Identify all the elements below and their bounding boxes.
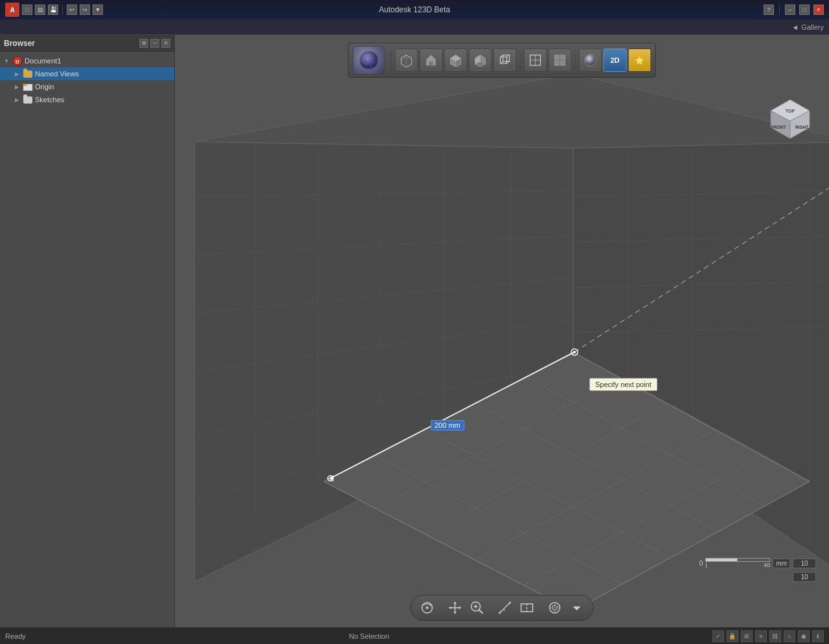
toolbar-sep-3 xyxy=(575,50,576,70)
bottom-sep-2 xyxy=(491,601,492,615)
browser-tile-btn[interactable]: ⊞ xyxy=(139,39,148,48)
back-view-btn[interactable] xyxy=(469,49,492,72)
section-btn[interactable] xyxy=(517,598,537,617)
close-button[interactable]: ✕ xyxy=(813,5,824,15)
tree-item-sketches[interactable]: ▶ Sketches xyxy=(0,93,174,106)
zoom-btn[interactable] xyxy=(468,598,487,617)
status-view-icon[interactable]: ◉ xyxy=(798,630,810,642)
gallery-arrow: ◄ xyxy=(791,23,799,31)
svg-text:D: D xyxy=(16,59,19,65)
tree-toggle-sketches: ▶ xyxy=(13,96,21,104)
front-view-btn[interactable] xyxy=(444,49,468,72)
titlebar: A □ ▤ 💾 ↩ ↪ ▼ Autodesk 123D Beta ? ─ □ ✕ xyxy=(0,0,829,19)
titlebar-left: A □ ▤ 💾 ↩ ↪ ▼ xyxy=(5,3,103,17)
svg-rect-24 xyxy=(561,55,565,60)
orbit-btn[interactable] xyxy=(418,598,437,617)
origin-label: Origin xyxy=(35,83,54,91)
svg-text:FRONT: FRONT xyxy=(771,125,786,129)
2d-view-btn[interactable]: 2D xyxy=(604,49,627,72)
more-button[interactable]: ▼ xyxy=(93,5,103,15)
svg-marker-28 xyxy=(635,55,645,65)
minimize-button[interactable]: ─ xyxy=(785,5,795,15)
svg-text:RIGHT: RIGHT xyxy=(795,125,808,129)
svg-rect-3 xyxy=(23,84,27,86)
app-menu-button[interactable] xyxy=(353,46,385,74)
restore-button[interactable]: □ xyxy=(799,5,810,15)
svg-marker-97 xyxy=(459,606,462,609)
viewport[interactable]: 2D xyxy=(175,35,829,627)
svg-rect-26 xyxy=(561,61,565,65)
svg-marker-95 xyxy=(454,612,457,614)
status-lock-icon[interactable]: 🔒 xyxy=(727,630,738,642)
statusbar-right: ✓ 🔒 ⊞ ≡ ⛓ ⌂ ◉ ℹ xyxy=(712,630,824,642)
viewcube[interactable]: TOP FRONT RIGHT xyxy=(764,96,816,148)
svg-point-82 xyxy=(573,351,576,353)
2d-label: 2D xyxy=(610,56,619,64)
scale-zero: 0 xyxy=(699,560,703,567)
browser-min-btn[interactable]: ─ xyxy=(150,39,159,48)
scale-unit: mm xyxy=(773,559,790,568)
sketches-icon xyxy=(23,94,33,105)
open-button[interactable]: ▤ xyxy=(35,5,45,15)
bottom-sep-3 xyxy=(541,601,541,615)
pan-btn[interactable] xyxy=(446,598,465,617)
scale-numbers: 0 | 40 mm xyxy=(699,558,816,568)
special-view-btn[interactable] xyxy=(628,49,652,72)
gallery-text: Gallery xyxy=(801,23,824,31)
app-title: Autodesk 123D Beta xyxy=(379,5,450,14)
document-icon: D xyxy=(12,56,23,66)
svg-rect-23 xyxy=(555,55,560,60)
svg-line-101 xyxy=(479,610,483,614)
status-layers-icon[interactable]: ≡ xyxy=(755,630,767,642)
scale-bar: 0 | 40 mm xyxy=(699,558,816,582)
svg-point-27 xyxy=(585,54,596,66)
svg-rect-25 xyxy=(555,61,560,65)
toolbar-sep-1 xyxy=(391,50,392,70)
status-grid-icon[interactable]: ⊞ xyxy=(741,630,753,642)
tree-item-origin[interactable]: ▶ Origin xyxy=(0,80,174,93)
dimension-label: 200 mm xyxy=(431,420,464,430)
display-more-btn[interactable] xyxy=(567,598,587,617)
undo-button[interactable]: ↩ xyxy=(67,5,77,15)
help-button[interactable]: ? xyxy=(764,5,774,15)
svg-text:+: + xyxy=(503,608,506,612)
tree-toggle-document: ▼ xyxy=(3,57,10,65)
bottom-sep-1 xyxy=(441,601,442,615)
sketches-label: Sketches xyxy=(35,96,64,104)
svg-rect-7 xyxy=(429,61,433,65)
autodesk-logo[interactable]: A xyxy=(5,3,19,17)
status-link-icon[interactable]: ⛓ xyxy=(769,630,781,642)
toolbar-sep-2 xyxy=(520,50,521,70)
gallery-label[interactable]: ◄ Gallery xyxy=(791,23,824,31)
new-button[interactable]: □ xyxy=(22,5,32,15)
tree-item-named-views[interactable]: ▶ Named Views xyxy=(0,67,174,80)
specify-next-point-tooltip: Specify next point xyxy=(589,378,657,391)
ortho-view-btn[interactable] xyxy=(524,49,547,72)
main-toolbar: 2D xyxy=(348,43,656,78)
svg-line-104 xyxy=(509,602,511,604)
display-btn[interactable] xyxy=(545,598,565,617)
status-check-icon[interactable]: ✓ xyxy=(712,630,724,642)
titlebar-right: ? ─ □ ✕ xyxy=(764,5,824,15)
measure-btn[interactable]: + xyxy=(495,598,515,617)
origin-icon xyxy=(23,82,33,92)
bottom-toolbar: + xyxy=(411,595,594,621)
grid-view-btn[interactable] xyxy=(549,49,572,72)
tree-item-document[interactable]: ▼ D Document1 xyxy=(0,54,174,67)
home-view-btn[interactable] xyxy=(420,49,443,72)
right-view-btn[interactable] xyxy=(494,49,517,72)
status-home-icon[interactable]: ⌂ xyxy=(784,630,795,642)
scale-input-right[interactable] xyxy=(793,559,816,568)
browser-close-btn[interactable]: ✕ xyxy=(161,39,170,48)
status-info-icon[interactable]: ℹ xyxy=(812,630,824,642)
main-area: Browser ⊞ ─ ✕ ▼ D Document1 xyxy=(0,35,829,627)
tree-toggle-origin: ▶ xyxy=(13,83,21,91)
browser-controls: ⊞ ─ ✕ xyxy=(139,39,170,48)
solid-view-btn[interactable] xyxy=(395,49,418,72)
save-button[interactable]: 💾 xyxy=(48,5,58,15)
scale-input-bottom[interactable] xyxy=(793,572,816,582)
svg-marker-96 xyxy=(449,606,451,609)
redo-button[interactable]: ↪ xyxy=(80,5,90,15)
gallery-bar: ◄ Gallery xyxy=(0,19,829,35)
shaded-view-btn[interactable] xyxy=(579,49,602,72)
